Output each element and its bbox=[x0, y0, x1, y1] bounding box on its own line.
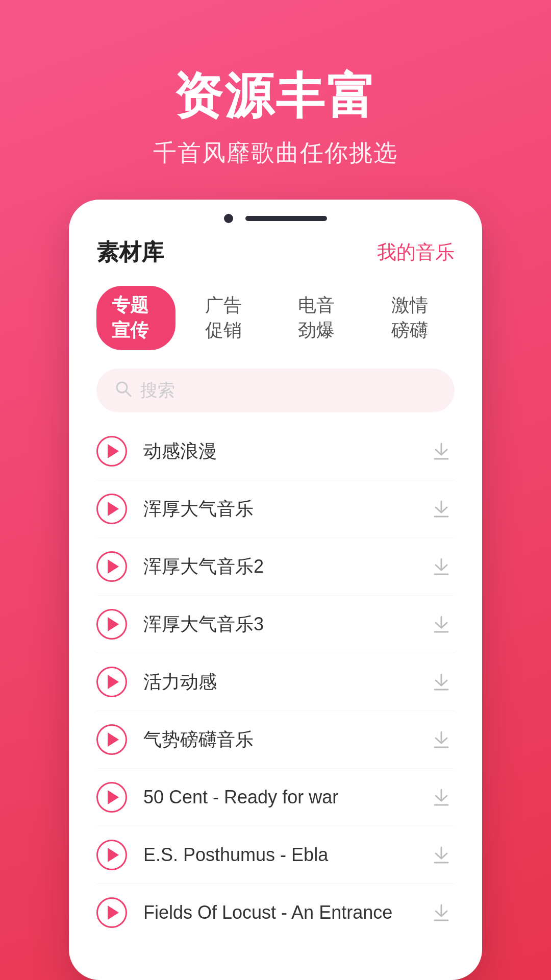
music-list: 动感浪漫 浑厚大气音乐 bbox=[96, 423, 455, 941]
play-button-7[interactable] bbox=[96, 782, 127, 813]
play-icon bbox=[108, 790, 119, 804]
list-item: 浑厚大气音乐3 bbox=[96, 596, 455, 653]
list-item: E.S. Posthumus - Ebla bbox=[96, 826, 455, 884]
play-icon bbox=[108, 732, 119, 747]
music-name: 浑厚大气音乐2 bbox=[143, 554, 428, 579]
tab-electronic[interactable]: 电音劲爆 bbox=[283, 286, 362, 350]
tab-featured[interactable]: 专题宣传 bbox=[96, 286, 176, 350]
play-icon bbox=[108, 559, 119, 574]
list-item: 浑厚大气音乐2 bbox=[96, 538, 455, 596]
search-placeholder-text: 搜索 bbox=[140, 379, 175, 402]
play-button-6[interactable] bbox=[96, 724, 127, 755]
search-bar[interactable]: 搜索 bbox=[96, 369, 455, 412]
download-button-2[interactable] bbox=[428, 496, 455, 522]
download-button-6[interactable] bbox=[428, 726, 455, 753]
svg-line-1 bbox=[126, 391, 131, 396]
list-item: Fields Of Locust - An Entrance bbox=[96, 884, 455, 941]
search-icon bbox=[115, 380, 132, 401]
music-name: E.S. Posthumus - Ebla bbox=[143, 844, 428, 866]
app-content: 素材库 我的音乐 专题宣传 广告促销 电音劲爆 激情磅礴 搜索 动感浪漫 bbox=[69, 232, 482, 941]
download-button-4[interactable] bbox=[428, 611, 455, 638]
phone-camera-dot bbox=[224, 214, 233, 223]
nav-title: 素材库 bbox=[96, 237, 164, 267]
tabs-row: 专题宣传 广告促销 电音劲爆 激情磅礴 bbox=[96, 286, 455, 350]
phone-home-bar bbox=[245, 216, 327, 221]
music-name: 气势磅礴音乐 bbox=[143, 727, 428, 752]
tab-epic[interactable]: 激情磅礴 bbox=[376, 286, 455, 350]
music-name: 浑厚大气音乐 bbox=[143, 497, 428, 522]
sub-title: 千首风靡歌曲任你挑选 bbox=[153, 137, 398, 169]
play-icon bbox=[108, 905, 119, 920]
play-button-9[interactable] bbox=[96, 897, 127, 928]
download-button-3[interactable] bbox=[428, 553, 455, 580]
play-button-2[interactable] bbox=[96, 494, 127, 524]
list-item: 气势磅礴音乐 bbox=[96, 711, 455, 769]
download-button-9[interactable] bbox=[428, 899, 455, 926]
play-icon bbox=[108, 617, 119, 631]
download-button-7[interactable] bbox=[428, 784, 455, 811]
music-name: 浑厚大气音乐3 bbox=[143, 612, 428, 637]
play-button-5[interactable] bbox=[96, 667, 127, 697]
play-button-8[interactable] bbox=[96, 840, 127, 870]
main-title: 资源丰富 bbox=[173, 66, 378, 125]
phone-mockup: 素材库 我的音乐 专题宣传 广告促销 电音劲爆 激情磅礴 搜索 动感浪漫 bbox=[69, 200, 482, 980]
music-name: 动感浪漫 bbox=[143, 439, 428, 464]
my-music-link[interactable]: 我的音乐 bbox=[377, 239, 455, 265]
download-button-5[interactable] bbox=[428, 669, 455, 695]
tab-ads[interactable]: 广告促销 bbox=[190, 286, 269, 350]
music-name: 50 Cent - Ready for war bbox=[143, 787, 428, 808]
music-name: 活力动感 bbox=[143, 670, 428, 695]
play-icon bbox=[108, 675, 119, 689]
play-button-1[interactable] bbox=[96, 436, 127, 467]
header-section: 资源丰富 千首风靡歌曲任你挑选 bbox=[0, 0, 551, 200]
play-icon bbox=[108, 502, 119, 516]
download-button-8[interactable] bbox=[428, 842, 455, 868]
play-icon bbox=[108, 848, 119, 862]
play-icon bbox=[108, 444, 119, 458]
play-button-3[interactable] bbox=[96, 551, 127, 582]
list-item: 动感浪漫 bbox=[96, 423, 455, 480]
phone-top-bar bbox=[69, 200, 482, 232]
music-name: Fields Of Locust - An Entrance bbox=[143, 902, 428, 923]
download-button-1[interactable] bbox=[428, 438, 455, 464]
play-button-4[interactable] bbox=[96, 609, 127, 640]
list-item: 浑厚大气音乐 bbox=[96, 480, 455, 538]
nav-row: 素材库 我的音乐 bbox=[96, 237, 455, 267]
list-item: 活力动感 bbox=[96, 653, 455, 711]
list-item: 50 Cent - Ready for war bbox=[96, 769, 455, 826]
